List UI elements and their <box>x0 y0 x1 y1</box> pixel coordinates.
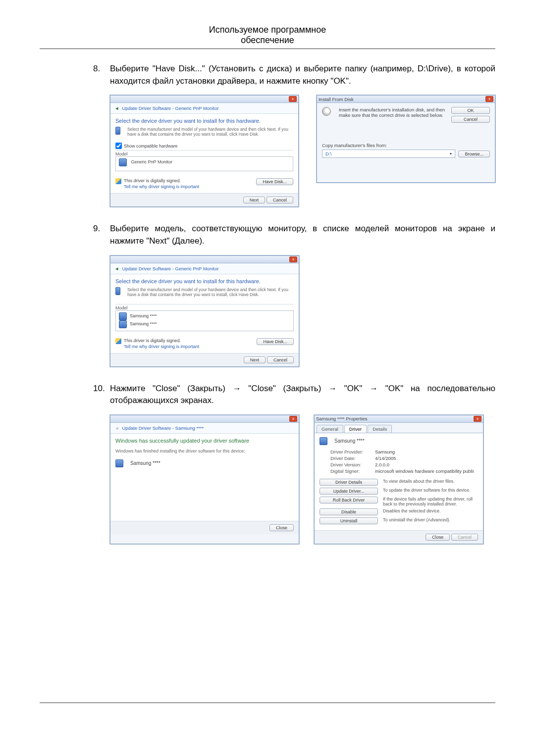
dialog-select-driver-1: x ◄ Update Driver Software - Generic PnP… <box>110 95 299 207</box>
cancel-button[interactable]: Cancel <box>267 356 294 363</box>
breadcrumb-title: Update Driver Software - Samsung **** <box>122 425 204 431</box>
property-rows: Driver Provider:Samsung Driver Date:4/14… <box>320 449 478 474</box>
tab-driver[interactable]: Driver <box>344 425 367 433</box>
close-icon[interactable]: x <box>485 96 493 102</box>
titlebar: Samsung **** Properties x <box>315 415 483 423</box>
shield-icon <box>115 178 121 184</box>
ok-button[interactable]: OK <box>451 107 490 114</box>
breadcrumb: ◄ Update Driver Software - Samsung **** <box>110 423 299 434</box>
signing-link[interactable]: Tell me why driver signing is important <box>124 184 199 189</box>
model-label: Model <box>115 150 293 156</box>
property-button-row: Update Driver...To update the driver sof… <box>320 488 478 495</box>
dialog-hint: Select the manufacturer and model of you… <box>127 287 294 297</box>
show-compatible-checkbox[interactable]: Show compatible hardware <box>115 143 293 149</box>
next-button[interactable]: Next <box>243 197 266 203</box>
monitor-icon <box>320 437 327 445</box>
window-title <box>112 256 113 262</box>
breadcrumb-title: Update Driver Software - Generic PnP Mon… <box>122 105 218 111</box>
close-button[interactable]: Close <box>269 524 294 531</box>
cancel-button[interactable]: Cancel <box>267 197 293 203</box>
dialog-install-from-disk: Install From Disk x Insert the manufactu… <box>317 95 495 183</box>
model-item: Samsung **** <box>130 321 157 326</box>
titlebar: Install From Disk x <box>317 96 495 103</box>
breadcrumb-title: Update Driver Software - Generic PnP Mon… <box>122 266 218 271</box>
footer-rule <box>40 703 495 703</box>
model-item: Generic PnP Monitor <box>131 160 172 165</box>
close-icon[interactable]: x <box>474 416 482 422</box>
prop-key: Driver Version: <box>330 462 375 467</box>
dialog-driver-properties: Samsung **** Properties x General Driver… <box>314 415 483 544</box>
dialog-hint: Select the manufacturer and model of you… <box>127 127 293 137</box>
step-text: Выберите модель, соответствующую монитор… <box>110 223 495 247</box>
property-action-desc: To view details about the driver files. <box>383 479 478 484</box>
checkbox[interactable] <box>115 143 122 149</box>
model-label: Model <box>115 304 294 310</box>
device-name: Samsung **** <box>334 438 365 444</box>
close-icon[interactable]: x <box>289 416 297 422</box>
monitor-icon <box>119 158 127 166</box>
prop-val: 2.0.0.0 <box>375 462 389 467</box>
step-text: Нажмите "Close" (Закрыть) → "Close" (Зак… <box>110 383 495 407</box>
tab-details[interactable]: Details <box>368 425 392 433</box>
path-value: D:\ <box>325 151 331 156</box>
signed-text: This driver is digitally signed. <box>124 338 181 343</box>
have-disk-button[interactable]: Have Disk... <box>256 178 293 185</box>
step-9: 9. Выберите модель, соответствующую мони… <box>93 223 495 247</box>
screenshots-step-8: x ◄ Update Driver Software - Generic PnP… <box>110 95 495 207</box>
model-list[interactable]: Samsung **** Samsung **** <box>115 310 294 331</box>
window-title <box>112 97 113 102</box>
install-msg: Insert the manufacturer's installation d… <box>339 107 446 118</box>
titlebar: x <box>110 256 299 263</box>
have-disk-button[interactable]: Have Disk... <box>257 338 294 345</box>
chevron-down-icon[interactable]: ▾ <box>450 151 452 156</box>
back-icon: ◄ <box>114 425 119 431</box>
close-icon[interactable]: x <box>289 96 297 102</box>
breadcrumb: ◄ Update Driver Software - Generic PnP M… <box>110 103 298 114</box>
path-combobox[interactable]: D:\ ▾ <box>322 150 456 158</box>
dialog-update-success: x ◄ Update Driver Software - Samsung ***… <box>110 415 299 544</box>
property-action-desc: To update the driver software for this d… <box>383 488 478 493</box>
property-action-button[interactable]: Update Driver... <box>320 488 378 495</box>
step-number: 8. <box>93 63 110 87</box>
signing-link[interactable]: Tell me why driver signing is important <box>124 344 199 349</box>
property-action-button[interactable]: Driver Details <box>320 479 378 486</box>
checkbox-label: Show compatible hardware <box>124 144 178 149</box>
success-heading: Windows has successfully updated your dr… <box>115 438 294 444</box>
cancel-button[interactable]: Cancel <box>451 116 490 123</box>
titlebar: x <box>110 415 299 423</box>
property-action-desc: To uninstall the driver (Advanced). <box>383 517 478 522</box>
breadcrumb: ◄ Update Driver Software - Generic PnP M… <box>110 263 299 274</box>
step-8: 8. Выберите "Have Disk..." (Установить с… <box>93 63 495 87</box>
tab-row: General Driver Details <box>315 423 483 433</box>
property-action-button[interactable]: Roll Back Driver <box>320 497 378 504</box>
property-action-button[interactable]: Uninstall <box>320 517 378 524</box>
tab-general[interactable]: General <box>317 425 343 433</box>
monitor-icon <box>115 127 120 135</box>
copy-label: Copy manufacturer's files from: <box>322 143 490 148</box>
success-sub: Windows has finished installing the driv… <box>115 449 294 454</box>
prop-key: Driver Provider: <box>330 449 375 454</box>
model-item: Samsung **** <box>130 313 157 318</box>
monitor-icon <box>119 312 127 320</box>
back-icon[interactable]: ◄ <box>114 266 119 271</box>
monitor-icon <box>119 320 127 328</box>
titlebar: x <box>110 96 298 103</box>
back-icon[interactable]: ◄ <box>114 105 119 111</box>
dialog-select-driver-2: x ◄ Update Driver Software - Generic PnP… <box>110 255 299 367</box>
step-number: 10. <box>93 383 110 407</box>
cancel-button: Cancel <box>451 534 478 541</box>
close-icon[interactable]: x <box>289 256 297 262</box>
model-list[interactable]: Generic PnP Monitor <box>115 156 293 171</box>
prop-val: Samsung <box>375 449 395 454</box>
property-action-button[interactable]: Disable <box>320 508 378 515</box>
monitor-icon <box>115 287 120 295</box>
dialog-heading: Select the device driver you want to ins… <box>115 278 294 284</box>
dialog-heading: Select the device driver you want to ins… <box>115 118 293 124</box>
property-action-desc: Disables the selected device. <box>383 508 478 513</box>
page-header: Используемое программное обеспечение <box>40 20 495 49</box>
next-button[interactable]: Next <box>244 356 266 363</box>
browse-button[interactable]: Browse... <box>458 151 490 157</box>
property-button-row: Driver DetailsTo view details about the … <box>320 479 478 486</box>
property-button-row: UninstallTo uninstall the driver (Advanc… <box>320 517 478 524</box>
close-button[interactable]: Close <box>426 534 450 541</box>
